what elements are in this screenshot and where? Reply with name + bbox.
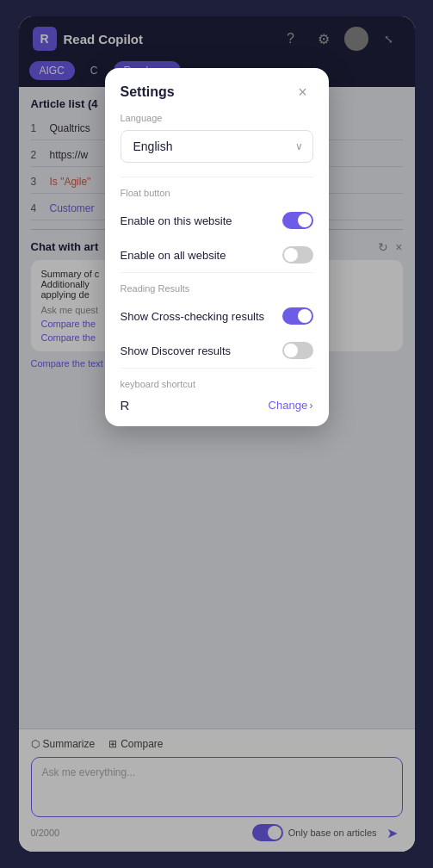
show-discover-toggle[interactable]	[282, 342, 313, 359]
settings-modal: Settings × Language English Spanish Fren…	[105, 68, 329, 426]
language-section-label: Language	[105, 113, 329, 130]
enable-all-website-row: Enable on all website	[105, 238, 329, 272]
show-cross-checking-toggle[interactable]	[282, 307, 313, 325]
enable-this-website-row: Enable on this website	[105, 203, 329, 238]
reading-results-label: Reading Results	[105, 273, 329, 299]
toggle-knob	[284, 344, 298, 357]
toggle-knob	[284, 248, 298, 262]
modal-title: Settings	[121, 84, 175, 100]
enable-this-website-toggle[interactable]	[282, 212, 313, 229]
enable-all-website-toggle[interactable]	[282, 246, 313, 264]
show-discover-label: Show Discover results	[121, 344, 232, 357]
modal-overlay: Settings × Language English Spanish Fren…	[19, 16, 415, 852]
modal-header: Settings ×	[105, 68, 329, 113]
toggle-knob	[298, 309, 312, 323]
show-discover-row: Show Discover results	[105, 333, 329, 368]
keyboard-shortcut-section: keyboard shortcut R Change ›	[105, 369, 329, 426]
language-select[interactable]: English Spanish French Chinese	[121, 130, 313, 163]
keyboard-shortcut-label: keyboard shortcut	[121, 379, 313, 389]
shortcut-key: R	[121, 398, 130, 412]
show-cross-checking-label: Show Cross-checking results	[121, 310, 265, 323]
shortcut-row: R Change ›	[121, 398, 313, 412]
toggle-knob	[298, 214, 312, 227]
enable-this-website-label: Enable on this website	[121, 214, 232, 227]
chevron-right-icon: ›	[309, 399, 312, 412]
change-button[interactable]: Change ›	[269, 399, 313, 412]
enable-all-website-label: Enable on all website	[121, 249, 226, 262]
close-icon: ×	[298, 84, 307, 102]
modal-close-button[interactable]: ×	[293, 82, 313, 102]
language-select-wrapper: English Spanish French Chinese ∨	[121, 130, 313, 163]
app-container: R Read Copilot ? ⚙ ⤡ AIGC C Read now	[19, 16, 415, 852]
float-button-label: Float button	[105, 177, 329, 203]
show-cross-checking-row: Show Cross-checking results	[105, 299, 329, 333]
